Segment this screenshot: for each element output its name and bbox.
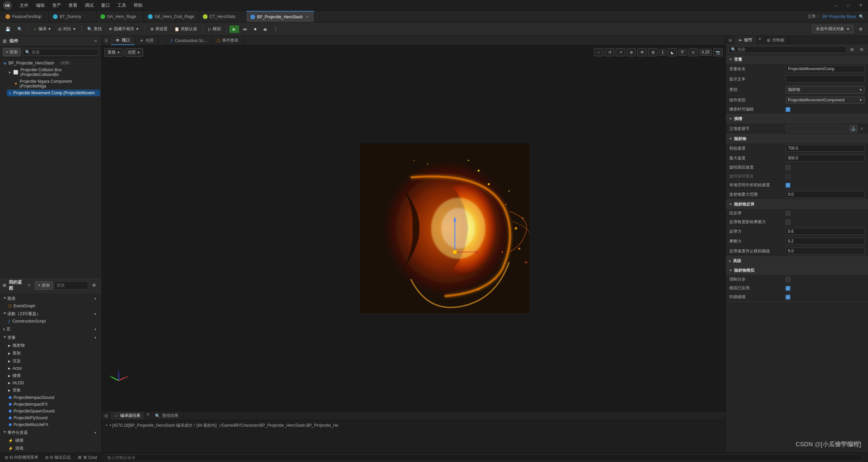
section-simulation-header[interactable]: 抛射物模拟 xyxy=(726,266,868,275)
menu-edit[interactable]: 编辑 xyxy=(33,1,48,10)
bounciness-input[interactable] xyxy=(786,228,865,235)
details-grid-button[interactable]: ⊞ xyxy=(848,46,856,53)
play-options-button[interactable]: ⋮ xyxy=(271,25,281,33)
cmd-button[interactable]: ⌘ ⌘ Cmd xyxy=(76,455,99,461)
rotation-follows-velocity-checkbox[interactable] xyxy=(786,165,790,170)
gravity-scale-input[interactable] xyxy=(786,191,865,198)
tooltip-input[interactable] xyxy=(786,75,865,83)
tab-event-graph[interactable]: ⬡ 事件图表 xyxy=(212,36,244,45)
bp-section-dispatchers-header[interactable]: 事件分发器 + xyxy=(1,429,100,437)
add-section-button[interactable]: + xyxy=(93,296,98,302)
bp-item-construction[interactable]: ƒ ConstructionScript xyxy=(1,318,100,325)
bp-category-collision[interactable]: ▶ 碰撞 xyxy=(1,372,100,380)
menu-window[interactable]: 窗口 xyxy=(98,1,113,10)
scale-button[interactable]: ⊙ xyxy=(689,48,698,56)
var-item-impact-fx[interactable]: ProjectileImpactFX xyxy=(1,401,100,408)
tab-bp-projectile[interactable]: BP_Projectile_HeroSlash ✕ xyxy=(246,11,315,22)
initial-speed-input[interactable] xyxy=(786,145,865,152)
camera-settings-button[interactable]: 📷 xyxy=(713,48,723,56)
component-item-movement[interactable]: ● Projectile Movement Comp (ProjectileMo… xyxy=(7,90,100,96)
section-variables-header[interactable]: 变量 xyxy=(726,55,868,64)
menu-tools[interactable]: 工具 xyxy=(114,1,130,10)
bottom-panel-menu-button[interactable]: ⊞ xyxy=(102,411,111,420)
details-search-box[interactable]: 🔍 xyxy=(729,46,846,53)
simulation-enabled-checkbox[interactable] xyxy=(786,286,790,291)
grid-button[interactable]: ⊞ xyxy=(648,48,658,56)
transform-mode-button[interactable]: ⊕ xyxy=(626,48,636,56)
add-section-button[interactable]: + xyxy=(93,335,98,341)
console-input[interactable] xyxy=(107,455,860,460)
close-button[interactable]: ✕ xyxy=(856,2,865,9)
section-advanced-header[interactable]: 高级 xyxy=(726,256,868,266)
tab-feature-dev-map[interactable]: FeatureDevMap xyxy=(1,11,49,22)
tab-ga-hero-rage[interactable]: GA_Hero_Rage xyxy=(96,11,144,22)
find-button[interactable]: 🔍 查找 xyxy=(84,25,104,33)
add-component-button[interactable]: + 添加 xyxy=(3,48,21,56)
blueprint-search-box[interactable] xyxy=(54,281,88,290)
camera-button[interactable]: 👁 xyxy=(637,48,647,56)
var-item-fly-sound[interactable]: ProjectileFlySound xyxy=(1,415,100,421)
menu-debug[interactable]: 调试 xyxy=(81,1,97,10)
bp-category-transform[interactable]: ▶ 变换 xyxy=(1,386,100,394)
component-type-dropdown[interactable]: ProjectileMovementComponent ▼ xyxy=(786,97,865,103)
min-speed-input[interactable] xyxy=(786,248,865,254)
friction-input[interactable] xyxy=(786,238,865,245)
minimize-button[interactable]: — xyxy=(831,2,841,9)
compare-button[interactable]: ⚖ 对比 ▼ xyxy=(55,25,79,33)
find-in-blueprint-button[interactable]: 🔍 xyxy=(15,25,25,33)
perspective-button[interactable]: 透视 ▼ xyxy=(104,48,123,57)
lighting-button[interactable]: 光照 ▼ xyxy=(124,48,143,57)
component-item-root[interactable]: ◈ BP_Projectile_HeroSlash （自我） xyxy=(1,59,100,66)
tab-find-results[interactable]: 🔍 查找结果 xyxy=(151,411,183,420)
compiler-results-close-button[interactable]: ✕ xyxy=(145,411,151,418)
socket-clear-button[interactable]: ✕ xyxy=(859,126,865,132)
force-sub-stepping-checkbox[interactable] xyxy=(786,277,790,282)
bp-category-render[interactable]: ▶ 渲染 xyxy=(1,357,100,365)
stop-button[interactable]: ■ xyxy=(251,25,259,33)
toolbar-settings-button[interactable]: ⚙ xyxy=(856,25,865,33)
var-item-impact-sound[interactable]: ProjectileImpactSound xyxy=(1,394,100,401)
angle-button[interactable]: ◣ xyxy=(668,48,677,56)
bp-dispatcher-game[interactable]: ⚡ 游戏 xyxy=(1,444,100,452)
bp-section-graphs-header[interactable]: 图表 + xyxy=(1,295,100,303)
var-item-spawn-sound[interactable]: ProjectileSpawnSound xyxy=(1,408,100,415)
hide-unrelated-button[interactable]: 👁 隐藏不相关 ▼ xyxy=(106,25,142,33)
bp-category-replicate[interactable]: ▶ 复制 xyxy=(1,349,100,357)
maximize-button[interactable]: □ xyxy=(844,2,853,9)
tab-compiler-results[interactable]: ✓ 编译器结果 xyxy=(111,411,145,420)
add-section-button[interactable]: + xyxy=(93,430,98,436)
blueprint-settings-button[interactable]: ⚙ xyxy=(90,281,99,290)
parent-value[interactable]: BP Projectile Base xyxy=(823,14,856,19)
tab-ge-hero-cost[interactable]: GE_Hero_Cost_Rage xyxy=(144,11,199,22)
should-bounce-checkbox[interactable] xyxy=(786,211,790,216)
bp-category-projectile[interactable]: ▶ 抛射物 xyxy=(1,342,100,349)
compile-button[interactable]: ✓ 编译 ▼ xyxy=(31,25,54,33)
debug-target-dropdown[interactable]: 未选中调试对象 ▼ xyxy=(812,25,853,33)
bp-section-macros-header[interactable]: 宏 + xyxy=(1,325,100,333)
details-panel-menu-button[interactable]: ⊞ xyxy=(726,36,735,44)
component-item-collision[interactable]: ▶ ⬜ Projectile Collision Box (Projectile… xyxy=(7,66,100,78)
menu-file[interactable]: 文件 xyxy=(16,1,32,10)
class-defaults-button[interactable]: 📋 类默认值 xyxy=(172,25,200,33)
details-search-input[interactable] xyxy=(737,47,844,52)
menu-assets[interactable]: 资产 xyxy=(49,1,64,10)
editable-inherited-checkbox[interactable] xyxy=(786,107,790,112)
blueprint-search-input[interactable] xyxy=(57,283,86,288)
bp-panel-close-button[interactable]: ✕ xyxy=(26,282,32,288)
scale-tool-button[interactable]: ↗ xyxy=(616,48,625,56)
add-section-button[interactable]: + xyxy=(93,311,98,317)
bp-item-eventgraph[interactable]: ⬡ EventGraph xyxy=(1,303,100,309)
bp-category-hlod[interactable]: ▶ HLOD xyxy=(1,380,100,386)
tab-ct-herostats[interactable]: CT_HeroStats xyxy=(199,11,246,22)
socket-name-input[interactable] xyxy=(786,125,848,132)
socket-anchor-button[interactable]: ⚓ xyxy=(850,125,857,132)
max-speed-input[interactable] xyxy=(786,155,865,161)
tab-details[interactable]: ✏ 细节 xyxy=(735,36,757,44)
details-close-button[interactable]: ✕ xyxy=(757,36,763,42)
bp-dispatcher-collision[interactable]: ⚡ 碰撞 xyxy=(1,437,100,444)
tab-bt-dummy[interactable]: BT_Dummy xyxy=(49,11,96,22)
content-drawer-button[interactable]: ⊟ ⊟ 内容侧滑菜单 xyxy=(3,454,40,461)
simulate-button[interactable]: ▷ 模拟 xyxy=(206,25,224,33)
sweep-collision-checkbox[interactable] xyxy=(786,295,790,300)
section-socket-header[interactable]: 插槽 xyxy=(726,114,868,123)
